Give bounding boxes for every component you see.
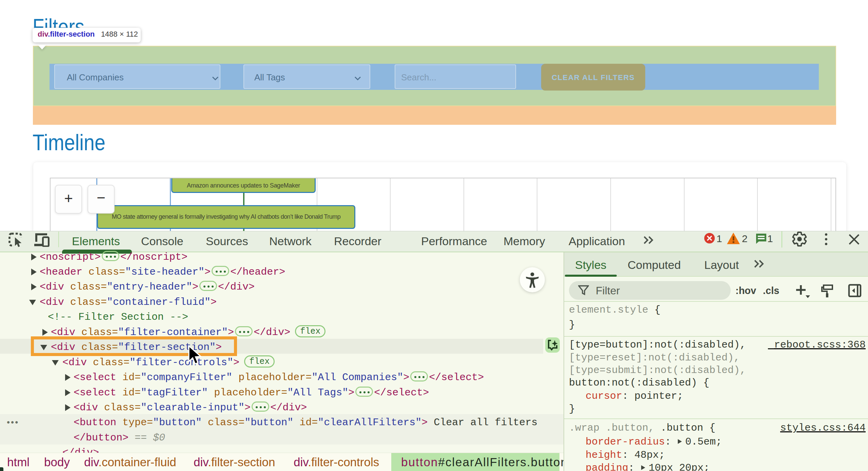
svg-text:Timeline: Timeline: [33, 130, 105, 155]
